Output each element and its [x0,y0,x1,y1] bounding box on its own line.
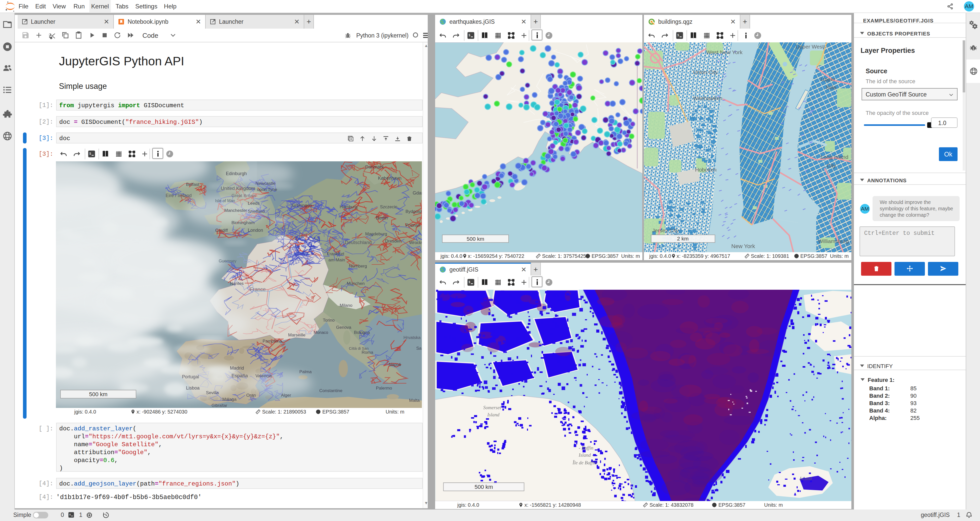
svg-text:Danmark: Danmark [365,164,384,169]
svg-text:Monaco: Monaco [313,330,328,335]
svg-text:Gdańsk: Gdańsk [413,190,422,196]
svg-text:City: City [827,163,836,169]
svg-text:Somerset: Somerset [484,405,501,410]
svg-text:Upper West: Upper West [796,44,824,49]
svg-text:Oran: Oran [246,393,256,398]
svg-text:Dresden: Dresden [385,239,401,244]
svg-text:Lisboa: Lisboa [186,386,200,390]
svg-text:New York: New York [732,243,756,249]
svg-text:Frankfurt: Frankfurt [327,252,344,256]
svg-text:Marseille: Marseille [288,333,305,338]
svg-text:Portugal: Portugal [182,374,199,379]
svg-text:Poznań: Poznań [406,223,420,228]
svg-text:500 km: 500 km [89,391,107,397]
svg-text:Napoli: Napoli [389,362,401,367]
svg-text:Alger: Alger [281,393,291,398]
svg-text:Palermo: Palermo [376,386,392,390]
svg-text:Long Island: Long Island [821,154,849,160]
svg-text:Weehawken: Weehawken [693,95,722,101]
svg-text:København: København [378,175,401,181]
svg-text:France: France [250,287,266,292]
svg-text:upon Tyne: upon Tyne [257,187,277,192]
svg-text:Union City: Union City [693,69,718,75]
svg-text:Bydgoszcz: Bydgoszcz [406,209,422,214]
svg-text:Hrvatska: Hrvatska [404,335,421,340]
svg-text:Torino: Torino [323,318,334,323]
svg-text:Jersey City: Jersey City [652,228,679,233]
svg-text:$: $ [469,280,470,284]
svg-text:Gibraltar: Gibraltar [212,403,228,408]
svg-text:Guernsey: Guernsey [219,259,236,263]
svg-text:Constantine: Constantine [319,388,342,393]
svg-text:2 km: 2 km [677,236,689,242]
svg-text:Szczecin: Szczecin [380,204,397,209]
svg-text:Island -: Island - [579,452,594,458]
svg-text:Island: Island [487,412,500,417]
svg-text:Island: Island [800,476,812,481]
svg-text:Hamburg: Hamburg [340,204,358,209]
svg-text:Sevilla: Sevilla [206,390,219,395]
svg-text:Città di San: Città di San [349,346,369,351]
svg-text:Isle of Man: Isle of Man [215,199,235,203]
svg-text:West New York: West New York [706,49,743,55]
svg-text:Pamplona: Pamplona [262,339,282,344]
svg-text:Nürnberg: Nürnberg [349,264,367,269]
svg-text:Magdeburg: Magdeburg [365,231,387,236]
svg-text:Hoboken: Hoboken [695,167,717,172]
svg-text:$: $ [469,34,470,37]
svg-text:Cardiff: Cardiff [215,228,228,233]
svg-text:Birmingham: Birmingham [231,220,255,225]
svg-text:Side: Side [826,84,837,90]
svg-text:Genova: Genova [336,325,352,330]
svg-text:Málaga: Málaga [222,397,237,402]
svg-text:500 km: 500 km [467,236,484,242]
svg-text:$: $ [89,152,91,156]
svg-text:United Kingdom: United Kingdom [221,186,255,191]
svg-text:Malta: Malta [409,398,420,403]
svg-text:Madrid: Madrid [230,366,244,371]
svg-text:Nantes: Nantes [230,281,244,286]
svg-text:$: $ [677,34,679,37]
svg-text:Groningen: Groningen [292,203,312,208]
svg-text:$: $ [69,513,71,516]
svg-text:Berlin: Berlin [376,215,388,221]
svg-text:Sarajevo: Sarajevo [416,346,422,351]
svg-text:Manchester: Manchester [224,208,247,213]
svg-text:Eire / Ireland: Eire / Ireland [165,193,192,198]
svg-text:España: España [231,373,248,378]
svg-text:Newcastle: Newcastle [256,181,275,186]
svg-text:Palma: Palma [299,370,312,374]
svg-text:Milano: Milano [340,303,352,308]
svg-text:Edinburgh: Edinburgh [226,171,247,176]
svg-text:Sheffield: Sheffield [248,209,265,214]
svg-text:Upper: Upper [821,76,835,82]
svg-text:Leeds: Leeds [248,201,259,206]
svg-text:- Baffin: - Baffin [579,445,593,451]
svg-text:Wrocław: Wrocław [409,240,422,245]
svg-text:500 km: 500 km [474,484,493,490]
svg-text:Île de Baffin: Île de Baffin [573,460,597,465]
svg-text:Great Britain: Great Britain [231,193,256,198]
svg-text:Bologna: Bologna [354,330,370,335]
svg-text:Roma: Roma [362,350,373,355]
svg-text:am Main: am Main [328,258,345,263]
svg-text:Belfast: Belfast [186,182,199,187]
svg-text:Deutschland: Deutschland [345,240,372,245]
svg-text:Valencia: Valencia [256,373,272,378]
svg-text:München: München [347,281,365,286]
svg-text:London: London [248,228,263,233]
